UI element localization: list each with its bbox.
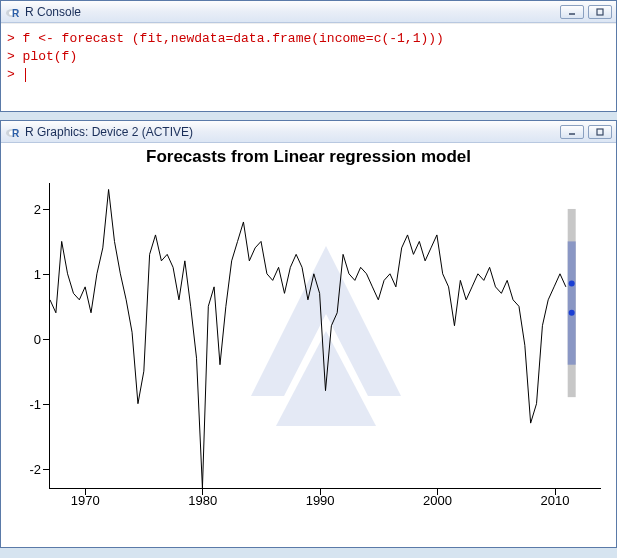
console-window-controls (560, 5, 612, 19)
x-tick-label: 1990 (306, 493, 335, 508)
maximize-button[interactable] (588, 5, 612, 19)
svg-rect-4 (597, 9, 603, 15)
x-tick-label: 1980 (188, 493, 217, 508)
console-title: R Console (25, 5, 81, 19)
graphics-window-controls (560, 125, 612, 139)
y-tick-label: 1 (34, 267, 41, 282)
console-titlebar[interactable]: R R Console (1, 1, 616, 23)
maximize-button[interactable] (588, 125, 612, 139)
svg-rect-11 (568, 241, 576, 364)
y-tick (43, 274, 49, 275)
graphics-titlebar[interactable]: R R Graphics: Device 2 (ACTIVE) (1, 121, 616, 143)
console-body[interactable]: > f <- forecast (fit,newdata=data.frame(… (1, 23, 616, 111)
line-series (50, 183, 601, 488)
console-line: > f <- forecast (fit,newdata=data.frame(… (7, 31, 444, 46)
svg-point-12 (569, 310, 575, 316)
svg-point-13 (569, 281, 575, 287)
svg-rect-9 (597, 129, 603, 135)
minimize-button[interactable] (560, 5, 584, 19)
y-tick-label: -1 (29, 397, 41, 412)
r-logo-icon: R (5, 4, 21, 20)
x-tick-label: 1970 (71, 493, 100, 508)
cursor (25, 68, 26, 82)
y-tick-label: -2 (29, 462, 41, 477)
svg-text:R: R (12, 128, 20, 139)
x-tick-label: 2000 (423, 493, 452, 508)
minimize-button[interactable] (560, 125, 584, 139)
r-console-window: R R Console > f <- forecast (fit,newdata… (0, 0, 617, 112)
y-tick (43, 469, 49, 470)
y-tick-label: 0 (34, 332, 41, 347)
graphics-title: R Graphics: Device 2 (ACTIVE) (25, 125, 193, 139)
r-graphics-window: R R Graphics: Device 2 (ACTIVE) Forecast… (0, 120, 617, 548)
x-tick-label: 2010 (541, 493, 570, 508)
svg-text:R: R (12, 8, 20, 19)
chart-title: Forecasts from Linear regression model (1, 143, 616, 167)
y-tick (43, 339, 49, 340)
r-logo-icon: R (5, 124, 21, 140)
plot-area: -2-101219701980199020002010 (49, 183, 601, 489)
graphics-body: Forecasts from Linear regression model -… (1, 143, 616, 547)
console-line: > plot(f) (7, 49, 77, 64)
y-tick (43, 404, 49, 405)
console-line: > (7, 67, 23, 82)
y-tick (43, 209, 49, 210)
y-tick-label: 2 (34, 202, 41, 217)
